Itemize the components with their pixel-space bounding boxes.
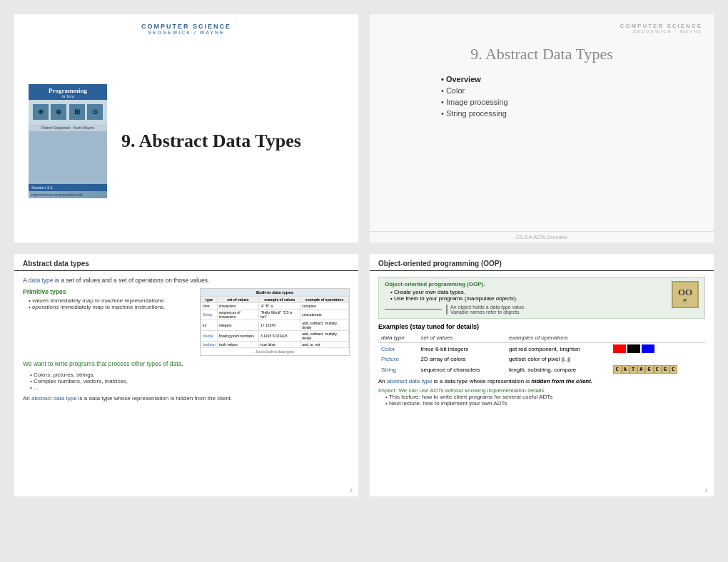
oop-text-section: Object-oriented programming (OOP). Creat… [385, 281, 666, 315]
impact-bullet-1: Next lecture: how to implement your own … [385, 400, 705, 407]
oop-icon-p: P. [683, 298, 687, 303]
oop-icon: OO P. [672, 281, 699, 308]
slide-1-body: Programming in Java ⊕ ⊗ ⊞ ⊙ Robert Sedge… [14, 39, 358, 242]
table-row: char characters 'A' 'B' 'a' compare [201, 303, 349, 310]
swatch-red [613, 344, 626, 353]
cell-type: char [201, 303, 218, 310]
swatch-blue [642, 344, 654, 353]
book-icon-3: ⊞ [69, 104, 85, 120]
pt-bullet-1: operations immediately map to machine in… [29, 304, 193, 310]
slide1-main-title: 9. Abstract Data Types [121, 131, 301, 152]
scrabble-g2: G [662, 365, 669, 374]
cell-string-visual: CATAGCGC [610, 364, 705, 375]
process-bullet-2: ... [30, 384, 350, 391]
scrabble-t: T [630, 365, 637, 374]
impact-bullet-0: This lecture: how to write client progra… [385, 394, 705, 400]
builtin-table-title: Built-in data types [201, 289, 349, 296]
slide4-page-num: 4 [705, 487, 708, 494]
table-row: Color three 8-bit integers get red compo… [378, 343, 705, 355]
scrabble-g: G [645, 365, 653, 374]
slide1-cs-subtitle: SEDGEWICK / WAYNE [14, 30, 358, 35]
slide-2: COMPUTER SCIENCE SEDGEWICK / WAYNE 9. Ab… [370, 14, 714, 242]
table-row: Picture 2D array of colors get/set color… [378, 354, 705, 364]
scrabble-a2: A [637, 365, 645, 374]
slide3-content: A data type is a set of values and a set… [14, 271, 358, 412]
cell-type: double [201, 331, 218, 342]
book-cover: Programming in Java ⊕ ⊗ ⊞ ⊙ Robert Sedge… [29, 84, 107, 198]
oop-arrow-line [385, 309, 442, 310]
builtin-data-table: type set of values example of values exa… [201, 296, 349, 348]
slide2-cs-subtitle: SEDGEWICK / WAYNE [381, 29, 702, 34]
slide4-header: Object-oriented programming (OOP) [370, 254, 714, 271]
cell-color-values: three 8-bit integers [418, 343, 506, 355]
cell-picture-type: Picture [378, 354, 418, 364]
scrabble-c: C [613, 365, 621, 374]
slide2-cs-title: COMPUTER SCIENCE [381, 23, 702, 29]
slide3-abstract: An abstract data type is a data type who… [23, 395, 350, 402]
slide-2-body: 9. Abstract Data Types • Overview • Colo… [370, 38, 714, 231]
col-example-values: example of values [259, 297, 300, 303]
scrabble-c2: C [654, 365, 662, 374]
examples-section: Examples (stay tuned for details) data t… [378, 323, 705, 375]
col-type: type [201, 297, 218, 303]
process-bullet-1: Complex numbers, vectors, matrices, [30, 378, 350, 384]
book-author: Robert Sedgewick · Kevin Wayne [29, 124, 107, 131]
oop-note-area: An object holds a data type value. Varia… [385, 305, 666, 315]
slide4-content: Object-oriented programming (OOP). Creat… [370, 271, 714, 412]
examples-title: Examples (stay tuned for details) [378, 323, 705, 330]
table-row: boolean truth values true false and, or,… [201, 342, 349, 348]
slide1-cs-title: COMPUTER SCIENCE [14, 23, 358, 30]
impact-title: Impact: We can use ADTs without knowing … [378, 387, 705, 394]
slide-1: COMPUTER SCIENCE SEDGEWICK / WAYNE Progr… [14, 14, 358, 242]
book-icon-1: ⊕ [33, 104, 49, 120]
slide3-page-num: 3 [350, 487, 353, 494]
cell-type: String [201, 310, 218, 320]
col-visual [610, 333, 705, 343]
cell-color-ops: get red component, brighten [506, 343, 610, 355]
color-swatches [613, 344, 702, 353]
pt-bullet-0: values immediately map to machine repres… [29, 297, 193, 304]
process-list: Colors, pictures, strings, Complex numbe… [23, 372, 350, 391]
oop-bullet-0: Create your own data types. [390, 289, 666, 295]
cell-picture-ops: get/set color of pixel (i, j) [506, 354, 610, 364]
col-examples-ops: examples of operations [506, 333, 610, 343]
cell-string-ops: length, substring, compare [506, 364, 610, 375]
book-url: http://introcs.cs.princeton.edu [29, 191, 107, 198]
oop-note: An object holds a data type value. Varia… [446, 305, 666, 315]
cell-color-type: Color [378, 343, 418, 355]
swatch-black [627, 344, 640, 353]
examples-table: data type set of values examples of oper… [378, 333, 705, 375]
process-section: We want to write programs that process o… [23, 360, 350, 391]
book-icons: ⊕ ⊗ ⊞ ⊙ [29, 100, 107, 124]
table-row: String sequence of characters length, su… [378, 364, 705, 375]
cell-picture-values: 2D array of colors [418, 354, 506, 364]
col-values: set of values [217, 297, 258, 303]
scrabble-tiles: CATAGCGC [613, 365, 702, 374]
slide2-footer: CS.9.A.ADTs.Overview [370, 231, 714, 242]
book-section: Section 3.1 [29, 184, 107, 191]
builtin-table: Built-in data types type set of values e… [200, 288, 350, 356]
book-icon-2: ⊗ [51, 104, 66, 120]
impact-list: This lecture: how to write client progra… [378, 394, 705, 407]
col-set-values: set of values [418, 333, 506, 343]
process-bullet-0: Colors, pictures, strings, [30, 372, 350, 378]
book-icon-4: ⊙ [87, 104, 103, 120]
oop-bullet-1: Use them in your programs (manipulate ob… [390, 295, 666, 302]
slide3-header: Abstract data types [14, 254, 358, 271]
cell-picture-visual [610, 354, 705, 364]
builtin-footer: Java's built-in data types [201, 348, 349, 355]
cell-color-visual [610, 343, 705, 355]
slide-2-header: COMPUTER SCIENCE SEDGEWICK / WAYNE [370, 14, 714, 38]
primitive-types-title: Primitive types [23, 288, 193, 295]
primitive-types-section: Primitive types values immediately map t… [23, 288, 350, 356]
col-example-ops: example of operations [300, 297, 349, 303]
oop-bullets: Create your own data types. Use them in … [385, 289, 666, 302]
cell-type: boolean [201, 342, 218, 348]
slide4-abstract: An abstract data type is a data type who… [378, 378, 705, 384]
slide2-bullet-3: • String processing [441, 109, 508, 118]
slide2-bullet-1: • Color [441, 86, 508, 95]
oop-icon-text: OO [678, 287, 692, 298]
oop-box-inner: Object-oriented programming (OOP). Creat… [385, 281, 699, 315]
col-data-type: data type [378, 333, 418, 343]
impact-section: Impact: We can use ADTs without knowing … [378, 387, 705, 407]
